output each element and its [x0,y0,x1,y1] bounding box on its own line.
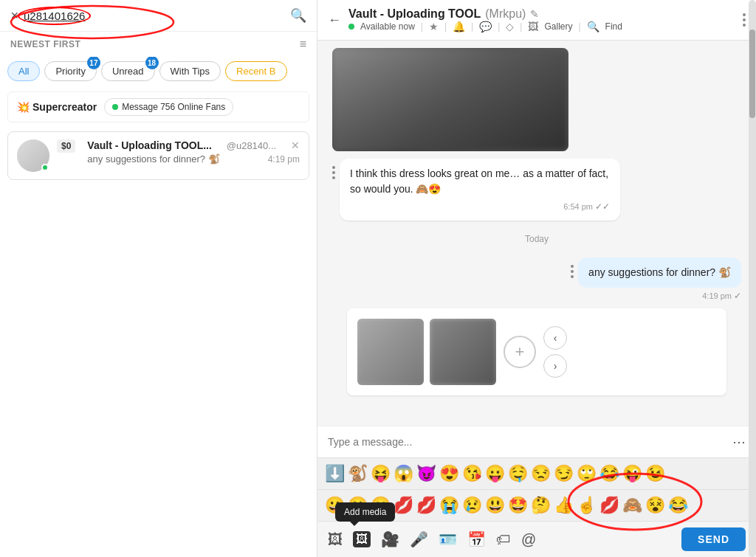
right-scrollbar[interactable] [749,0,756,557]
message-text-right: any suggestions for dinner? 🐒 [588,266,731,278]
supercreator-logo: 💥 Supercreator [17,101,97,113]
message-options-icon-right[interactable] [571,265,574,278]
tab-with-tips[interactable]: With Tips [159,61,221,81]
emoji-point-up[interactable]: ☝️ [577,496,597,515]
back-button[interactable]: ← [328,13,341,28]
chat-bubble-icon[interactable]: 💬 [479,21,492,32]
edit-icon[interactable]: ✎ [530,8,539,20]
emoji-lips[interactable]: 💋 [394,496,413,515]
tab-priority[interactable]: Priority 17 [44,61,96,81]
image-upload-icon2[interactable]: 🖼 [353,531,371,547]
search-icon[interactable]: 🔍 [290,7,306,24]
right-panel: ← Vault - Uploading TOOL (Mrkpu) ✎ Avail… [317,0,756,557]
video-icon[interactable]: 🎥 [381,530,399,548]
conv-handle: @u28140... [227,140,276,151]
diamond-icon[interactable]: ◇ [506,21,514,32]
photo-id-icon[interactable]: 🪪 [439,530,457,548]
status-dot [348,24,354,30]
close-user-button[interactable]: ✕ [10,10,19,21]
emoji-monkey[interactable]: 🐒 [348,464,368,483]
emoji-kiss[interactable]: 😘 [462,464,482,483]
bell-icon[interactable]: 🔔 [453,21,465,32]
emoji-toolbar-row1: ⬇️ 🐒 😝 😱 😈 😍 😘 😛 🤤 😒 😏 🙄 😂 😜 😉 [317,457,756,489]
emoji-scream[interactable]: 😱 [394,464,413,483]
tag-icon[interactable]: 🏷 [496,531,511,548]
avatar [17,139,49,172]
message-time: 6:54 pm ✓✓ [350,200,610,213]
media-next-button[interactable]: › [543,354,567,378]
emoji-happy[interactable]: 😃 [485,496,505,515]
conv-close-button[interactable]: ✕ [291,139,300,151]
emoji-kiss3[interactable]: 💋 [599,496,619,515]
tab-recent-b[interactable]: Recent B [225,61,286,81]
emoji-drool[interactable]: 🤤 [508,464,528,483]
emoji-lips2[interactable]: 💋 [416,496,436,515]
send-button[interactable]: SEND [681,527,746,551]
conv-preview: any suggestions for dinner? 🐒 [87,153,219,165]
emoji-devil[interactable]: 😈 [416,464,436,483]
more-options-button[interactable] [743,13,746,27]
user-id-text: u281401626 [24,10,85,22]
image-upload-icon[interactable]: 🖼 [328,531,343,548]
mic-icon[interactable]: 🎤 [410,530,428,548]
at-icon[interactable]: @ [521,531,536,548]
media-upload-area: + ‹ › [347,308,726,395]
emoji-thinking[interactable]: 🤔 [531,496,551,515]
emoji-tongue-out[interactable]: 😝 [371,464,391,483]
find-icon[interactable]: 🔍 [587,21,599,32]
emoji-wink-tongue[interactable]: 😜 [622,464,642,483]
sort-bar: NEWEST FIRST ≡ [0,32,317,57]
message-options-icon[interactable] [332,166,335,179]
emoji-smirk[interactable]: 😏 [554,464,574,483]
emoji-down-arrow[interactable]: ⬇️ [325,464,345,483]
calendar-icon[interactable]: 📅 [467,530,486,548]
conversation-item[interactable]: $0 Vault - Uploading TOOL... @u28140... … [7,131,309,180]
left-panel: ✕ u281401626 🔍 NEWEST FIRST ≡ All Priori… [0,0,317,557]
read-receipt-icon: ✓✓ [595,200,610,213]
image-icon[interactable]: 🖼 [528,21,538,32]
emoji-see-no-evil[interactable]: 🙈 [622,496,642,515]
photo-message [332,48,568,151]
add-media-tooltip: Add media [335,502,395,522]
sort-label: NEWEST FIRST [10,39,80,49]
emoji-eyeroll[interactable]: 🙄 [577,464,597,483]
message-input-row: ⋯ [317,426,756,457]
message-input[interactable] [328,436,726,448]
tab-all[interactable]: All [7,61,40,81]
chat-title-muted: (Mrkpu) [485,7,526,21]
emoji-thumbsup[interactable]: 👍 [554,496,574,515]
emoji-heart-eyes[interactable]: 😍 [439,464,459,483]
online-fans-indicator[interactable]: Message 756 Online Fans [104,98,233,116]
emoji-cry-loud[interactable]: 😭 [439,496,459,515]
sort-icon[interactable]: ≡ [300,38,306,51]
message-time-right: 4:19 pm ✓ [578,291,741,301]
star-icon[interactable]: ★ [429,21,439,32]
emoji-laughing[interactable]: 😂 [599,464,619,483]
emoji-unamused[interactable]: 😒 [531,464,551,483]
media-thumb-1[interactable] [357,319,424,385]
media-thumb-2[interactable] [430,319,496,385]
find-label[interactable]: Find [605,21,622,32]
emoji-cry[interactable]: 😢 [462,496,482,515]
scrollbar-thumb [749,30,755,118]
chat-header: ← Vault - Uploading TOOL (Mrkpu) ✎ Avail… [317,0,756,41]
chat-dots-button[interactable]: ⋯ [732,434,746,450]
date-divider: Today [332,234,741,244]
chat-status: Available now [360,21,415,32]
read-receipt-single: ✓ [734,291,741,301]
emoji-wink[interactable]: 😉 [645,464,665,483]
emoji-lol[interactable]: 😂 [668,496,688,515]
emoji-star-struck[interactable]: 🤩 [508,496,528,515]
conv-online-dot [41,164,49,171]
messages-area[interactable]: I think this dress looks great on me… as… [317,41,756,426]
emoji-dizzy[interactable]: 😵 [645,496,665,515]
tab-unread[interactable]: Unread 18 [101,61,155,81]
add-media-plus-button[interactable]: + [504,336,536,368]
gallery-label[interactable]: Gallery [544,21,572,32]
media-prev-button[interactable]: ‹ [543,326,567,350]
unread-badge: 18 [145,57,159,69]
chat-title: Vault - Uploading TOOL [348,7,481,21]
photo-placeholder [332,48,568,151]
bottom-tools-left: Add media 🖼 🖼 🎥 🎤 🪪 📅 🏷 @ [328,530,536,548]
emoji-tongue-stuck[interactable]: 😛 [485,464,505,483]
